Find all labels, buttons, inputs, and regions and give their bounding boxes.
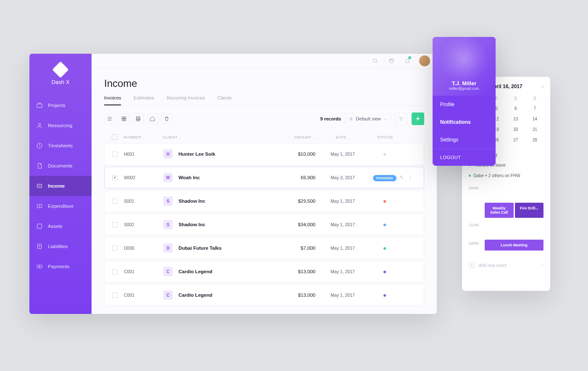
calendar-button[interactable] — [384, 54, 398, 68]
tabs: Invoices Estimates Recurring Invoices Cl… — [104, 95, 424, 106]
chevron-down-icon: ⌄ — [383, 117, 387, 121]
calendar-next-button[interactable]: › — [542, 84, 543, 89]
more-icon[interactable]: ⋮ — [408, 175, 413, 180]
table-row[interactable]: W002WWoah Inc€6,900May 3, 2017PENDING✎⋮ — [104, 167, 424, 188]
calendar-day[interactable]: 14 — [526, 115, 544, 123]
add-event-row[interactable]: + Add new event ⤢ — [469, 262, 543, 268]
svg-rect-14 — [124, 119, 126, 121]
sidebar-item-label: Resourcing — [48, 123, 72, 128]
profile-menu-settings[interactable]: Settings — [433, 131, 496, 149]
row-checkbox[interactable] — [112, 246, 118, 251]
column-number[interactable]: NUMBER — [123, 135, 163, 139]
sidebar-item-payments[interactable]: Payments — [29, 256, 92, 277]
calendar-day[interactable]: 21 — [526, 125, 544, 134]
status-dot-icon — [383, 271, 386, 273]
client-badge-icon: H — [163, 149, 173, 159]
status-dot-icon — [383, 294, 386, 297]
column-status[interactable]: STATUS — [370, 135, 400, 139]
column-date[interactable]: DATE — [316, 135, 370, 139]
sidebar-item-projects[interactable]: Projects — [29, 95, 92, 115]
income-icon — [36, 183, 43, 189]
sidebar-item-documents[interactable]: Documents — [29, 156, 92, 176]
note-text: Gabe + 2 others on FHW — [473, 173, 520, 178]
column-amount[interactable]: AMOUNT — [265, 135, 316, 139]
schedule-slot: Weekly Sales CallFire Drill... — [469, 203, 543, 221]
profile-name: T.J. Miller — [452, 80, 477, 86]
tab-estimates[interactable]: Estimates — [134, 95, 154, 105]
list-view-button[interactable] — [104, 113, 115, 124]
event-block[interactable]: Lunch Meeting — [485, 240, 543, 251]
table-row[interactable]: D006DDubai Future Talks$7,000May 1, 2017 — [104, 237, 424, 259]
search-button[interactable] — [368, 54, 382, 68]
column-client[interactable]: CLIENT — [163, 135, 265, 139]
select-all-checkbox[interactable] — [112, 134, 117, 140]
sidebar-item-liabilities[interactable]: Liabilities — [29, 236, 92, 256]
cell-date: May 1, 2017 — [315, 152, 370, 157]
svg-point-1 — [38, 123, 40, 125]
tab-clients[interactable]: Clients — [218, 95, 232, 105]
sidebar-item-label: Assets — [48, 224, 63, 229]
sidebar-item-timesheets[interactable]: Timesheets — [29, 136, 92, 156]
filter-button[interactable] — [395, 112, 407, 125]
cell-date: May 1, 2017 — [315, 199, 370, 204]
row-checkbox[interactable] — [112, 222, 118, 227]
calendar-day[interactable]: 27 — [507, 136, 525, 144]
sidebar-item-resourcing[interactable]: Resourcing — [29, 115, 92, 136]
cell-client: CCardio Legend — [163, 267, 265, 276]
view-dropdown[interactable]: ☆ Default view ⌄ — [345, 113, 391, 124]
cell-amount: $34,000 — [265, 222, 315, 227]
row-checkbox[interactable] — [112, 175, 118, 180]
slot-time: 12PM — [469, 240, 481, 246]
profile-dropdown: T.J. Miller miller@gmail.com Profile Not… — [433, 37, 496, 166]
cell-status — [370, 293, 399, 298]
table-row[interactable]: H001HHunter Lee Soik$10,000May 1, 2017 — [104, 143, 424, 165]
tab-invoices[interactable]: Invoices — [104, 95, 121, 105]
row-checkbox[interactable] — [112, 269, 118, 274]
notifications-button[interactable] — [400, 54, 414, 68]
row-checkbox[interactable] — [112, 199, 118, 204]
profile-menu-notifications[interactable]: Notifications — [433, 113, 496, 131]
sidebar-item-assets[interactable]: Assets — [29, 216, 92, 236]
assets-icon — [36, 223, 43, 230]
row-checkbox[interactable] — [112, 152, 118, 157]
tag-button[interactable] — [147, 113, 158, 124]
calendar-day[interactable]: 13 — [507, 115, 525, 123]
calendar-day[interactable]: 28 — [526, 136, 544, 144]
print-button[interactable] — [133, 113, 144, 124]
grid-view-button[interactable] — [118, 113, 129, 124]
event-block[interactable]: Fire Drill... — [515, 203, 544, 218]
toolbar: 9 records ☆ Default view ⌄ + — [104, 112, 424, 125]
profile-menu-logout[interactable]: LOGOUT — [433, 149, 496, 166]
page-title: Income — [104, 78, 424, 89]
edit-icon[interactable]: ✎ — [399, 175, 404, 180]
tab-recurring-invoices[interactable]: Recurring Invoices — [167, 95, 205, 105]
calendar-day[interactable]: 20 — [507, 125, 525, 134]
cell-client: WWoah Inc — [163, 173, 265, 182]
add-button[interactable]: + — [412, 112, 424, 125]
slot-time — [469, 203, 481, 204]
topbar — [92, 54, 437, 68]
sidebar-item-label: Liabilities — [48, 244, 68, 249]
sidebar-item-income[interactable]: Income — [29, 176, 92, 196]
table-row[interactable]: C001CCardio Legend$13,000May 1, 2017 — [104, 284, 424, 306]
toolbar-left — [104, 113, 172, 124]
user-avatar[interactable] — [419, 55, 430, 66]
svg-point-8 — [39, 266, 40, 267]
table-row[interactable]: S002SShadow Inc$34,000May 1, 2017 — [104, 214, 424, 235]
table-row[interactable]: S001SShadow Inc$29,500May 1, 2017 — [104, 190, 424, 212]
client-name: Hunter Lee Soik — [178, 152, 215, 157]
svg-rect-0 — [37, 104, 42, 108]
slot-time: 11AM — [469, 221, 481, 227]
event-block[interactable]: Weekly Sales Call — [485, 203, 514, 218]
client-name: Cardio Legend — [178, 269, 213, 274]
view-label: Default view — [356, 116, 381, 121]
delete-button[interactable] — [161, 113, 172, 124]
expand-icon[interactable]: ⤢ — [540, 263, 543, 268]
calendar-day[interactable]: 6 — [507, 104, 525, 113]
row-checkbox[interactable] — [112, 293, 118, 298]
profile-menu-profile[interactable]: Profile — [433, 96, 496, 113]
table-row[interactable]: C001CCardio Legend$13,000May 1, 2017 — [104, 261, 424, 282]
sidebar-item-expenditure[interactable]: Expenditure — [29, 196, 92, 216]
calendar-day[interactable]: 7 — [526, 104, 544, 113]
cell-date: May 1, 2017 — [315, 222, 370, 227]
